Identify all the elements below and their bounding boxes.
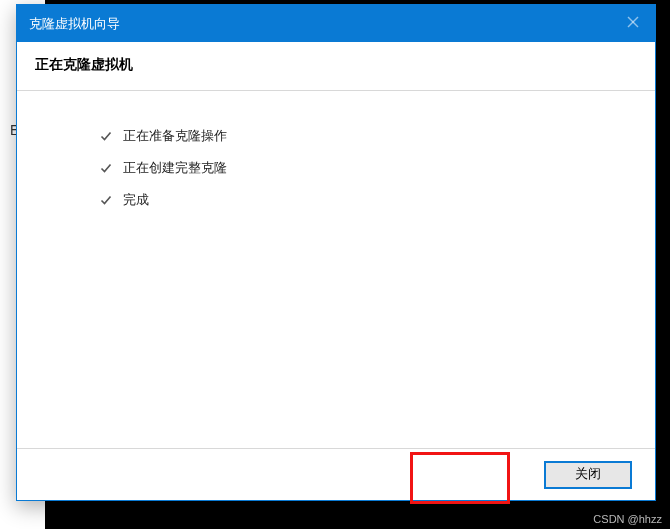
progress-step: 正在创建完整克隆 (99, 159, 635, 177)
dialog-footer: 关闭 (17, 448, 655, 500)
close-button[interactable]: 关闭 (545, 462, 631, 488)
watermark-text: CSDN @hhzz (593, 513, 662, 525)
step-label: 完成 (123, 191, 149, 209)
dialog-title: 克隆虚拟机向导 (29, 15, 120, 33)
progress-step: 完成 (99, 191, 635, 209)
checkmark-icon (99, 161, 113, 175)
checkmark-icon (99, 129, 113, 143)
close-icon (627, 16, 639, 31)
clone-vm-wizard-dialog: 克隆虚拟机向导 正在克隆虚拟机 正在准备克隆操作 正在创建完整克隆 完成 (16, 4, 656, 501)
progress-steps-area: 正在准备克隆操作 正在创建完整克隆 完成 (17, 91, 655, 448)
titlebar-close-button[interactable] (611, 5, 655, 42)
dialog-titlebar[interactable]: 克隆虚拟机向导 (17, 5, 655, 42)
step-label: 正在创建完整克隆 (123, 159, 227, 177)
dialog-header: 正在克隆虚拟机 (17, 42, 655, 91)
progress-step: 正在准备克隆操作 (99, 127, 635, 145)
checkmark-icon (99, 193, 113, 207)
step-label: 正在准备克隆操作 (123, 127, 227, 145)
page-title: 正在克隆虚拟机 (35, 56, 637, 74)
